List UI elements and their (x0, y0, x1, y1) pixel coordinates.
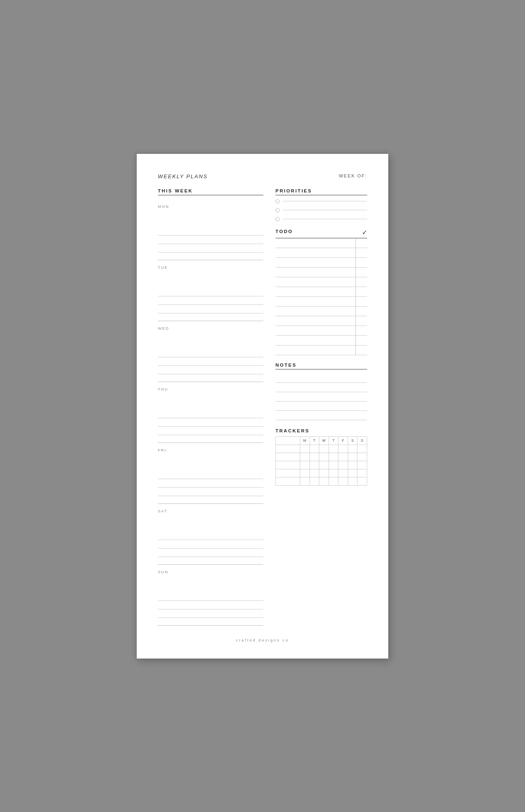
weekly-planner-page: WEEKLY PLANS WEEK OF: THIS WEEK MON (137, 154, 388, 659)
todo-header: TODO ✓ (275, 229, 367, 236)
todo-title: TODO (275, 229, 293, 234)
notes-lines (275, 374, 367, 420)
day-wed-area (158, 334, 263, 374)
todo-row (275, 307, 367, 316)
tracker-row (276, 469, 367, 477)
tracker-table: M T W T F S S (275, 436, 367, 486)
day-mon: MON (158, 199, 263, 260)
day-mon-area (158, 212, 263, 253)
todo-row (275, 268, 367, 277)
day-tue-label: TUE (158, 260, 263, 270)
day-thu-label: THU (158, 382, 263, 391)
tracker-header-s2: S (357, 436, 367, 445)
priorities-title: PRIORITIES (275, 188, 367, 193)
day-sun: SUN (158, 565, 263, 626)
todo-row (275, 346, 367, 355)
priorities-section: PRIORITIES (275, 188, 367, 221)
day-sat: SAT (158, 504, 263, 565)
todo-row (275, 336, 367, 346)
notes-underline (275, 369, 367, 369)
todo-rows (275, 238, 367, 355)
todo-row (275, 287, 367, 297)
todo-section: TODO ✓ (275, 229, 367, 355)
todo-checkmark-icon: ✓ (362, 229, 367, 236)
trackers-title: TRACKERS (275, 428, 367, 433)
tracker-header-s1: S (348, 436, 357, 445)
tracker-header-f: F (338, 436, 348, 445)
priority-circle-1 (275, 199, 280, 203)
day-fri-area (158, 456, 263, 496)
this-week-underline (158, 195, 263, 195)
todo-row (275, 316, 367, 326)
notes-title: NOTES (275, 363, 367, 367)
this-week-section: THIS WEEK (158, 188, 263, 195)
tracker-header-m: M (300, 436, 310, 445)
trackers-section: TRACKERS M T W T F S S (275, 428, 367, 486)
tracker-header-t1: T (310, 436, 319, 445)
day-sat-area (158, 516, 263, 557)
day-wed: WED (158, 321, 263, 382)
left-column: THIS WEEK MON TUE (158, 188, 263, 626)
tracker-row (276, 477, 367, 485)
tracker-header-w: W (319, 436, 329, 445)
todo-grid (275, 238, 367, 355)
day-sat-label: SAT (158, 504, 263, 513)
day-thu: THU (158, 382, 263, 443)
day-sun-label: SUN (158, 565, 263, 574)
main-content: THIS WEEK MON TUE (158, 188, 367, 626)
todo-row (275, 258, 367, 268)
day-fri-label: FRI (158, 443, 263, 452)
day-thu-area (158, 395, 263, 435)
week-of-label: WEEK OF: (339, 173, 367, 178)
day-sun-area (158, 577, 263, 618)
day-wed-label: WED (158, 321, 263, 330)
priority-circle-2 (275, 208, 280, 212)
tracker-row (276, 461, 367, 469)
right-column: PRIORITIES TODO ✓ (275, 188, 367, 626)
header: WEEKLY PLANS WEEK OF: (158, 173, 367, 179)
tracker-row (276, 445, 367, 453)
day-mon-label: MON (158, 199, 263, 209)
tracker-header-row: M T W T F S S (276, 436, 367, 445)
notes-section: NOTES (275, 363, 367, 420)
day-tue-area (158, 273, 263, 313)
priority-circle-3 (275, 217, 280, 221)
this-week-title: THIS WEEK (158, 188, 263, 193)
day-fri: FRI (158, 443, 263, 504)
todo-row (275, 297, 367, 307)
tracker-row (276, 453, 367, 461)
todo-row (275, 238, 367, 248)
footer: crafted designs co (158, 638, 367, 642)
tracker-header-label (276, 436, 300, 445)
todo-row (275, 326, 367, 336)
day-tue: TUE (158, 260, 263, 321)
priority-item-1 (275, 199, 367, 203)
priority-item-2 (275, 208, 367, 212)
todo-row (275, 248, 367, 258)
todo-row (275, 277, 367, 287)
days-list: MON TUE (158, 199, 263, 626)
footer-text: crafted designs co (236, 638, 289, 642)
priorities-underline (275, 195, 367, 195)
priority-item-3 (275, 217, 367, 221)
page-title: WEEKLY PLANS (158, 173, 208, 179)
tracker-header-t2: T (329, 436, 338, 445)
